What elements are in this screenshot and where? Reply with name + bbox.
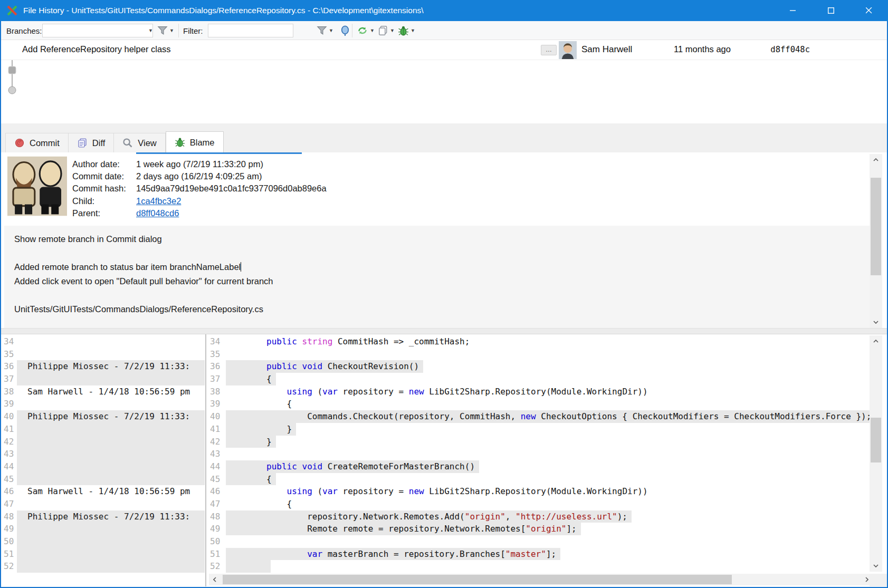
commit-message-box[interactable]: Show remote branch in Commit dialog Adde…: [4, 226, 870, 328]
scroll-up-arrow[interactable]: [870, 335, 882, 347]
child-commit-link[interactable]: 1ca4fbc3e2: [136, 196, 181, 206]
tab-view[interactable]: View: [114, 133, 165, 153]
commit-rose-icon: [14, 138, 25, 148]
blame-annotation-row: 37: [1, 373, 205, 385]
line-number: 37: [208, 373, 226, 385]
tab-diff[interactable]: Diff: [69, 133, 114, 153]
parent-commit-link[interactable]: d8ff048cd6: [136, 208, 179, 218]
commit-row[interactable]: Add ReferenceRepository helper class … S…: [1, 40, 887, 60]
code-text: {: [226, 373, 276, 385]
line-number: 41: [1, 423, 17, 436]
blame-author-text: [17, 498, 205, 510]
panel-splitter[interactable]: [1, 328, 887, 334]
branches-combobox[interactable]: [42, 24, 153, 37]
branches-dropdown-icon[interactable]: ▼: [147, 21, 153, 40]
blame-pane-divider[interactable]: [205, 334, 206, 586]
details-scrollbar[interactable]: [870, 154, 882, 328]
scroll-left-arrow[interactable]: [209, 574, 221, 585]
blame-annotation-row: 50: [1, 535, 205, 548]
blame-vertical-scrollbar[interactable]: [870, 335, 882, 572]
scroll-down-arrow[interactable]: [870, 560, 882, 572]
detail-label: Commit hash:: [72, 184, 126, 194]
scrollbar-thumb[interactable]: [223, 575, 732, 584]
line-number: 51: [208, 548, 226, 561]
code-text: repository.Network.Remotes.Add("origin",…: [226, 510, 632, 523]
copy-icon[interactable]: ▼: [378, 21, 395, 40]
code-text: }: [226, 436, 276, 448]
more-actions-button[interactable]: …: [541, 45, 557, 55]
code-line: 34 public string CommitHash => _commitHa…: [208, 335, 870, 348]
code-line: 40 Commands.Checkout(repository, CommitH…: [208, 410, 870, 423]
file-history-window: File History - UnitTests/GitUITests/Comm…: [0, 0, 888, 588]
clipped-author-link[interactable]: [136, 152, 302, 154]
code-text: [226, 535, 230, 548]
tab-label: Diff: [92, 138, 105, 148]
author-name: Sam Harwell: [581, 44, 632, 55]
code-text: [226, 448, 230, 460]
detail-value: 2 days ago (16/2/19 4:09:25 am): [136, 171, 262, 181]
code-line: 50: [208, 535, 870, 548]
message-line: Show remote branch in Commit dialog: [14, 234, 870, 248]
blame-annotation-row: 41: [1, 423, 205, 436]
scroll-down-arrow[interactable]: [870, 316, 882, 328]
tab-label: View: [138, 138, 156, 148]
bug-icon: [175, 137, 185, 148]
blame-view: 343536Philippe Miossec - 7/2/19 11:33:37…: [1, 334, 870, 586]
tab-commit[interactable]: Commit: [5, 133, 69, 153]
blame-author-text: [17, 548, 205, 561]
blame-author-text: [17, 398, 205, 410]
close-button[interactable]: [850, 0, 888, 21]
blame-annotation-row: 47: [1, 498, 205, 510]
message-line: [14, 248, 870, 263]
message-line: Added click event to open "Default pull …: [14, 276, 870, 291]
commit-message: Add ReferenceRepository helper class: [22, 44, 171, 54]
branches-label: Branches:: [6, 21, 42, 40]
line-number: 52: [208, 560, 226, 573]
blame-author-text: [17, 436, 205, 448]
scroll-up-arrow[interactable]: [870, 154, 882, 166]
blame-author-text: [17, 335, 205, 348]
code-line: 47 {: [208, 498, 870, 510]
scrollbar-thumb[interactable]: [871, 418, 881, 462]
blame-code-pane[interactable]: 34 public string CommitHash => _commitHa…: [208, 335, 870, 574]
blame-annotation-row: 48Philippe Miossec - 7/2/19 11:33:: [1, 510, 205, 523]
blame-bug-icon[interactable]: ▼: [398, 21, 415, 40]
detail-label: Parent:: [72, 208, 100, 218]
minimize-button[interactable]: [774, 0, 812, 21]
code-text: [226, 348, 230, 361]
line-number: 51: [1, 548, 17, 561]
blame-author-text: Sam Harwell - 1/4/18 10:56:59 pm: [17, 485, 205, 498]
filter-input[interactable]: [208, 24, 293, 37]
tab-label: Blame: [190, 138, 215, 148]
code-line: 37 {: [208, 373, 870, 385]
blame-author-text: [17, 373, 205, 385]
blame-author-pane[interactable]: 343536Philippe Miossec - 7/2/19 11:33:37…: [1, 335, 205, 586]
message-line: [14, 290, 870, 304]
branch-filter-funnel-icon[interactable]: ▼: [157, 21, 174, 40]
code-text: using (var repository = new LibGit2Sharp…: [226, 385, 652, 398]
text-caret: [241, 262, 241, 272]
code-text: Commands.Checkout(repository, CommitHash…: [226, 410, 870, 423]
code-text: }: [226, 423, 296, 436]
tab-blame[interactable]: Blame: [166, 131, 224, 153]
code-text: var masterBranch = repository.Branches["…: [226, 548, 560, 561]
blame-author-text: Sam Harwell - 1/4/18 10:56:59 pm: [17, 385, 205, 398]
line-number: 39: [208, 398, 226, 410]
message-line: UnitTests/GitUITests/CommandsDialogs/Ref…: [14, 304, 870, 319]
line-number: 40: [1, 410, 17, 423]
filter-funnel-icon[interactable]: ▼: [317, 21, 333, 40]
scrollbar-thumb[interactable]: [871, 178, 881, 275]
code-line: 52: [208, 560, 870, 573]
avatar: [559, 41, 577, 59]
blame-annotation-row: 44: [1, 460, 205, 473]
refresh-icon[interactable]: ▼: [357, 21, 375, 40]
maximize-button[interactable]: [812, 0, 850, 21]
blame-horizontal-scrollbar[interactable]: [209, 574, 873, 585]
line-number: 50: [208, 535, 226, 548]
window-title: File History - UnitTests/GitUITests/Comm…: [23, 6, 774, 15]
line-number: 45: [208, 473, 226, 486]
blame-annotation-row: 45: [1, 473, 205, 486]
blame-author-text: Philippe Miossec - 7/2/19 11:33:: [17, 360, 205, 373]
go-to-commit-icon[interactable]: [340, 21, 350, 40]
code-line: 36 public void CheckoutRevision(): [208, 360, 870, 373]
